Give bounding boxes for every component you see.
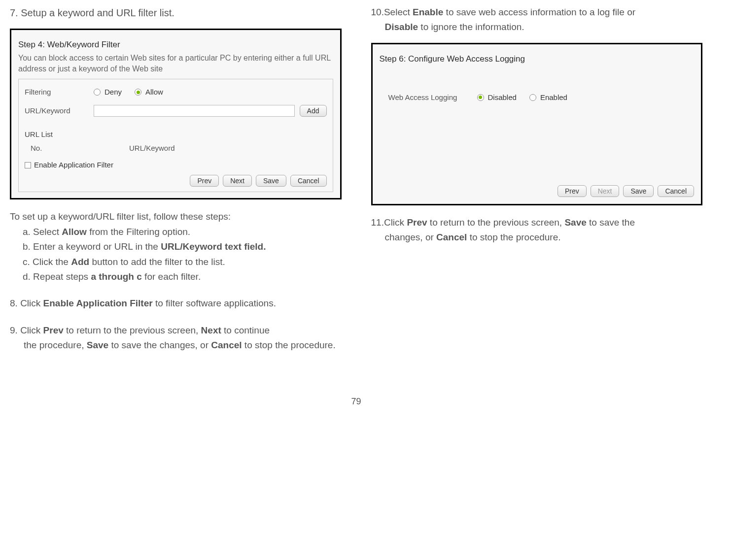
enable-app-filter-checkbox[interactable] xyxy=(25,162,31,168)
web-access-logging-label: Web Access Logging xyxy=(388,92,477,103)
radio-deny[interactable] xyxy=(94,89,101,96)
ss4-desc: You can block access to certain Web site… xyxy=(18,53,333,74)
screenshot-step6: Step 6: Configure Web Access Logging Web… xyxy=(371,43,703,205)
prev-button[interactable]: Prev xyxy=(190,175,219,187)
ss6-title: Step 6: Configure Web Access Logging xyxy=(380,52,695,66)
radio-enabled-label: Enabled xyxy=(540,92,567,103)
ss4-title: Step 4: Web/Keyword Filter xyxy=(18,38,333,51)
radio-allow[interactable] xyxy=(135,89,141,96)
substep-d: d. Repeat steps a through c for each fil… xyxy=(10,269,342,284)
radio-disabled-label: Disabled xyxy=(488,92,517,103)
radio-allow-label: Allow xyxy=(145,86,163,98)
substep-c: c. Click the Add button to add the filte… xyxy=(10,255,342,269)
ss4-panel: Filtering Deny Allow URL/Keyword Add URL… xyxy=(18,79,333,192)
save-button[interactable]: Save xyxy=(256,175,286,187)
instr-intro: To set up a keyword/URL filter list, fol… xyxy=(10,209,342,224)
radio-disabled[interactable] xyxy=(477,94,484,101)
url-keyword-input[interactable] xyxy=(94,105,295,117)
substep-b: b. Enter a keyword or URL in the URL/Key… xyxy=(10,239,342,254)
cancel-button[interactable]: Cancel xyxy=(290,175,327,187)
radio-enabled[interactable] xyxy=(529,94,536,101)
col-urlkw: URL/Keyword xyxy=(129,142,175,154)
url-list-label: URL List xyxy=(25,129,327,140)
add-button[interactable]: Add xyxy=(300,105,327,117)
substep-a: a. Select Allow from the Filtering optio… xyxy=(10,225,342,239)
page-number: 79 xyxy=(10,395,702,409)
url-keyword-label: URL/Keyword xyxy=(25,105,94,117)
next-button[interactable]: Next xyxy=(223,175,252,187)
cancel-button-2[interactable]: Cancel xyxy=(658,185,694,197)
step-10: 10.Select Enable to save web access info… xyxy=(371,5,703,35)
step-11: 11.Click Prev to return to the previous … xyxy=(371,215,703,245)
col-no: No. xyxy=(31,142,129,154)
step-8: 8. Click Enable Application Filter to fi… xyxy=(10,296,342,311)
step-7-heading: 7. Setup a keyword and URL filter list. xyxy=(10,5,342,21)
filtering-label: Filtering xyxy=(25,86,94,98)
prev-button-2[interactable]: Prev xyxy=(558,185,587,197)
left-column: 7. Setup a keyword and URL filter list. … xyxy=(10,5,342,365)
save-button-2[interactable]: Save xyxy=(623,185,654,197)
next-button-2[interactable]: Next xyxy=(591,185,620,197)
url-list-header: No. URL/Keyword xyxy=(25,142,327,154)
step-9: 9. Click Prev to return to the previous … xyxy=(10,323,342,353)
radio-deny-label: Deny xyxy=(105,86,122,98)
screenshot-step4: Step 4: Web/Keyword Filter You can block… xyxy=(10,29,342,199)
enable-app-filter-label: Enable Application Filter xyxy=(34,159,113,171)
filter-instructions: To set up a keyword/URL filter list, fol… xyxy=(10,209,342,284)
right-column: 10.Select Enable to save web access info… xyxy=(371,5,703,365)
